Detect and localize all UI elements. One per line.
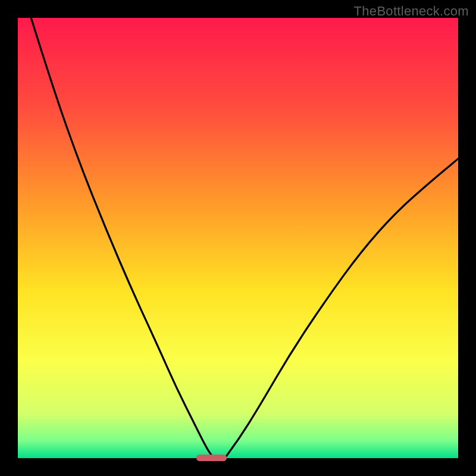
frame: TheBottleneck.com — [0, 0, 476, 476]
min-marker — [196, 455, 227, 461]
plot-area — [18, 18, 458, 458]
curve-left — [31, 18, 214, 458]
watermark-text: TheBottleneck.com — [354, 4, 469, 19]
curve-right — [225, 159, 458, 458]
curves-svg — [18, 18, 458, 458]
